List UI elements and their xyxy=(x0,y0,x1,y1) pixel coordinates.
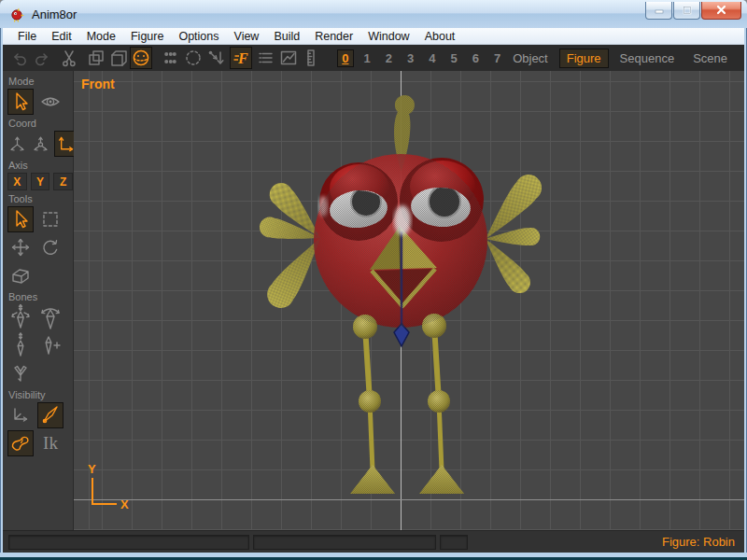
frame-1[interactable]: 1 xyxy=(359,49,375,67)
duplicate-icon xyxy=(108,48,129,68)
fast-render-button[interactable]: F xyxy=(230,47,252,69)
duplicate-button[interactable] xyxy=(107,47,130,69)
world-coords-icon xyxy=(8,133,26,155)
show-bones-button[interactable] xyxy=(37,402,63,428)
view-label: Front xyxy=(81,77,115,91)
add-bone-icon xyxy=(38,331,63,359)
frame-2[interactable]: 2 xyxy=(381,49,397,67)
axis-x-button[interactable]: X xyxy=(7,173,27,190)
object-coords-icon xyxy=(32,133,49,155)
maximize-button[interactable] xyxy=(673,2,700,20)
frame-3[interactable]: 3 xyxy=(402,49,418,67)
status-panel-3 xyxy=(440,535,468,550)
skeleton-icon xyxy=(8,361,33,385)
object-coords-button[interactable] xyxy=(31,131,50,157)
frame-6[interactable]: 6 xyxy=(468,49,484,67)
menu-file[interactable]: File xyxy=(10,30,44,43)
select-tool-button[interactable] xyxy=(7,206,34,232)
section-label-coord: Coord xyxy=(8,118,73,129)
close-button[interactable] xyxy=(701,2,741,20)
ball-joint-button[interactable] xyxy=(130,47,152,69)
menu-mode[interactable]: Mode xyxy=(79,30,123,43)
add-bone-button[interactable] xyxy=(37,332,63,358)
undo-icon xyxy=(9,48,30,68)
drop-to-axis-button[interactable] xyxy=(204,47,227,69)
sequence-list-button[interactable] xyxy=(255,47,277,69)
move-tool-button[interactable] xyxy=(7,234,34,260)
frame-5[interactable]: 5 xyxy=(445,49,461,67)
mode-scene[interactable]: Scene xyxy=(685,49,735,68)
cut-button[interactable] xyxy=(58,47,80,69)
copy-icon xyxy=(86,48,106,68)
hide-eye-button[interactable] xyxy=(37,89,63,115)
menu-about[interactable]: About xyxy=(417,30,463,43)
fast-render-icon: F xyxy=(231,48,251,68)
menu-edit[interactable]: Edit xyxy=(44,30,79,43)
move-icon xyxy=(8,235,33,259)
viewport-front[interactable]: Front xyxy=(74,71,744,530)
screen-coords-button[interactable] xyxy=(54,131,76,157)
mode-object[interactable]: Object xyxy=(505,49,556,68)
axis-indicator: Y X xyxy=(81,463,134,517)
ik-button[interactable]: Ik xyxy=(37,430,63,456)
copy-button[interactable] xyxy=(85,47,107,69)
bone-length-icon xyxy=(8,331,33,359)
title-bar: Anim8or xyxy=(0,0,747,28)
cube-icon xyxy=(8,263,33,287)
point-circle-button[interactable] xyxy=(182,47,204,69)
redo-button[interactable] xyxy=(31,47,53,69)
svg-text:F: F xyxy=(237,50,248,66)
world-coords-button[interactable] xyxy=(7,131,27,157)
menu-build[interactable]: Build xyxy=(266,30,307,43)
joint-arc-button[interactable] xyxy=(37,304,63,330)
rotate-bone-button[interactable] xyxy=(7,304,34,330)
axis-y-label: Y xyxy=(88,463,96,476)
ik-label: Ik xyxy=(43,433,58,454)
eye-icon xyxy=(38,90,63,114)
menu-options[interactable]: Options xyxy=(171,30,226,43)
window-bottom-edge xyxy=(0,553,747,560)
window-title: Anim8or xyxy=(32,7,645,21)
frame-7[interactable]: 7 xyxy=(489,49,505,67)
section-label-bones: Bones xyxy=(8,291,73,302)
rotate-tool-button[interactable] xyxy=(37,234,63,260)
skeleton-button[interactable] xyxy=(7,360,34,386)
minimize-button[interactable] xyxy=(645,2,672,20)
undo-button[interactable] xyxy=(8,47,31,69)
axis-z-button[interactable]: Z xyxy=(53,173,73,190)
menu-view[interactable]: View xyxy=(227,30,267,43)
bone-length-button[interactable] xyxy=(7,332,34,358)
ruler-icon xyxy=(301,48,321,68)
menu-render[interactable]: Render xyxy=(307,30,360,43)
section-label-tools: Tools xyxy=(8,193,73,204)
ruler-button[interactable] xyxy=(300,47,322,69)
rotate-bone-icon xyxy=(8,303,33,331)
show-bones-icon xyxy=(38,403,63,427)
mode-figure[interactable]: Figure xyxy=(559,49,609,68)
select-tool-arrow-icon xyxy=(8,207,33,231)
graph-editor-button[interactable] xyxy=(277,47,300,69)
show-skin-button[interactable] xyxy=(7,430,34,456)
joint-arc-icon xyxy=(38,303,63,331)
points-button[interactable] xyxy=(160,47,182,69)
frame-0[interactable]: 0 xyxy=(337,49,353,67)
redo-icon xyxy=(32,48,52,68)
menu-figure[interactable]: Figure xyxy=(123,30,171,43)
drag-select-button[interactable] xyxy=(37,206,63,232)
status-panel-2 xyxy=(253,535,436,550)
status-panel-1 xyxy=(8,535,249,550)
select-arrow-button[interactable] xyxy=(7,89,34,115)
section-label-visibility: Visibility xyxy=(8,389,73,400)
cube-tool-button[interactable] xyxy=(7,262,34,288)
show-axis-icon xyxy=(8,403,33,427)
rotate-icon xyxy=(38,235,63,259)
show-axis-button[interactable] xyxy=(7,402,34,428)
menu-window[interactable]: Window xyxy=(360,30,416,43)
figure-robin xyxy=(74,71,742,530)
frame-4[interactable]: 4 xyxy=(424,49,440,67)
screen-coords-icon xyxy=(55,133,75,155)
graph-editor-icon xyxy=(278,48,299,68)
axis-y-button[interactable]: Y xyxy=(31,173,50,190)
mode-sequence[interactable]: Sequence xyxy=(613,49,683,68)
cut-icon xyxy=(59,48,79,68)
